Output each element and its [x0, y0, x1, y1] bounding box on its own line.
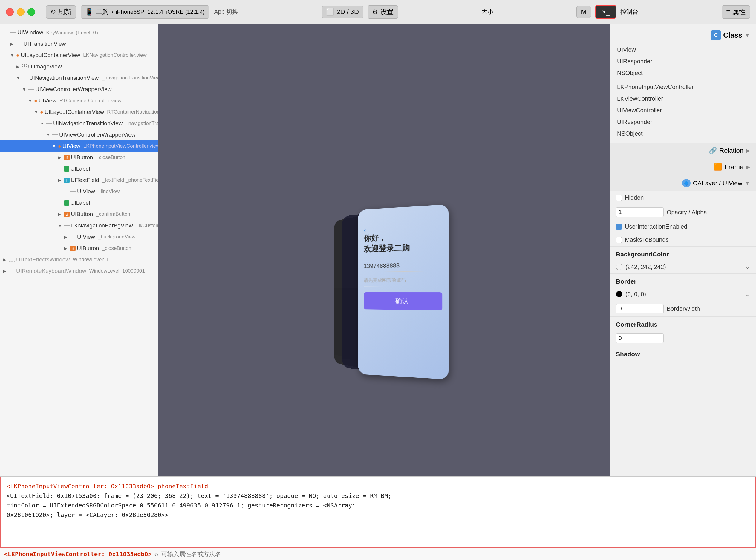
console-line4: 0x281061020>; layer = <CALayer: 0x281e50…	[6, 510, 750, 520]
tree-item-dimmed[interactable]: ▶ UIRemoteKeyboardWindow WindowLevel: 10…	[0, 265, 158, 277]
traffic-lights	[6, 8, 35, 16]
tree-icon: B	[70, 246, 76, 251]
border-width-input[interactable]	[616, 304, 664, 314]
tree-label: UIView	[77, 188, 95, 195]
tree-icon	[52, 135, 58, 135]
tree-item[interactable]: ▶ B UIButton _confirmButton	[0, 208, 158, 220]
tree-arrow: ▼	[34, 110, 39, 115]
tree-item[interactable]: ▼ UIViewControllerWrapperView	[0, 129, 158, 140]
border-color-value: (0, 0, 0)	[625, 291, 742, 298]
tree-item[interactable]: L UILabel	[0, 163, 158, 175]
masks-to-bounds-checkbox[interactable]	[616, 237, 622, 243]
class-item[interactable]: UIViewController	[610, 105, 756, 116]
close-button[interactable]	[6, 8, 14, 16]
tree-item[interactable]: ▼ UIViewControllerWrapperView	[0, 84, 158, 95]
tree-arrow: ▶	[10, 42, 15, 46]
tree-item[interactable]: ▼ ● UILayoutContainerView RTContainerNav…	[0, 106, 158, 118]
tree-item[interactable]: ▼ ● UIView LKPhoneInputViewController.vi…	[0, 140, 158, 152]
2d3d-label: 2D / 3D	[336, 8, 359, 16]
background-color-swatch[interactable]	[616, 264, 622, 270]
tree-item[interactable]: ▶ UITransitionView	[0, 38, 158, 49]
tree-arrow: ▼	[16, 76, 21, 80]
frame-button[interactable]: 🟧 Frame ▶	[610, 159, 756, 175]
relation-chevron: ▶	[746, 147, 750, 154]
class-item[interactable]: LKViewController	[610, 93, 756, 105]
console-panel: <LKPhoneInputViewController: 0x11033adb0…	[0, 476, 756, 560]
border-color-swatch[interactable]	[616, 291, 622, 297]
tree-label: UILayoutContainerView	[21, 52, 80, 59]
tree-label: UIViewControllerWrapperView	[35, 86, 112, 93]
hidden-checkbox[interactable]	[616, 195, 622, 201]
class-item[interactable]: LKPhoneInputViewController	[610, 81, 756, 93]
tree-item[interactable]: UIView _lineView	[0, 186, 158, 197]
phone-number-field: 13974888888	[364, 259, 442, 272]
tree-item[interactable]: ▼ LKNavigationBarBgView _lkCustomNavBarB…	[0, 220, 158, 231]
console-line3: tintColor = UIExtendedSRGBColorSpace 0.5…	[6, 501, 750, 510]
tree-sublabel: _textField _phoneTextField	[102, 177, 158, 183]
tree-label: UIView	[77, 234, 95, 240]
tree-icon	[28, 89, 34, 89]
right-toolbar: 大小	[481, 8, 493, 16]
app-name-label: 二购	[96, 7, 109, 16]
method-monitor-button[interactable]: M	[576, 6, 591, 18]
attributes-label: 属性	[732, 7, 745, 16]
tree-item[interactable]: ▶ B UIButton _closeButton	[0, 152, 158, 163]
console-label: 控制台	[620, 8, 638, 16]
user-interaction-checkbox[interactable]	[616, 224, 622, 230]
tree-sublabel: _lineView	[98, 188, 120, 195]
2d-3d-button[interactable]: ⬜ 2D / 3D	[321, 6, 363, 18]
attributes-button[interactable]: ≡ 属性	[722, 5, 750, 19]
minimize-button[interactable]	[17, 8, 24, 16]
corner-radius-title: CornerRadius	[610, 317, 756, 331]
border-title: Border	[610, 274, 756, 287]
refresh-icon: ↻	[51, 8, 56, 16]
opacity-input[interactable]	[616, 207, 664, 217]
tree-icon	[22, 78, 28, 78]
class-item[interactable]: NSObject	[610, 128, 756, 140]
class-item[interactable]: NSObject	[610, 67, 756, 79]
tree-item-dimmed[interactable]: ▶ UITextEffectsWindow WindowLevel: 1	[0, 254, 158, 265]
tree-item[interactable]: ▶ B UIButton _closeButton	[0, 243, 158, 254]
console-button[interactable]: >_	[595, 5, 616, 19]
background-color-value: (242, 242, 242)	[625, 264, 742, 271]
tree-sublabel: LKNavigationController.view	[83, 52, 147, 58]
refresh-button[interactable]: ↻ 刷新	[46, 5, 76, 19]
calayer-label: CALayer / UIView	[693, 180, 742, 187]
settings-button[interactable]: ⚙ 设置	[367, 5, 398, 19]
background-color-stepper[interactable]: ⌄	[745, 263, 750, 271]
class-item[interactable]: UIResponder	[610, 116, 756, 128]
user-interaction-label: UserInteractionEnabled	[625, 223, 750, 230]
class-item[interactable]: UIResponder	[610, 56, 756, 67]
tree-arrow: ▼	[28, 98, 33, 103]
app-switch-button[interactable]: 📱 二购 › iPhone6SP_12.1.4_iOSRE (12.1.4)	[81, 5, 209, 19]
tree-item[interactable]: ▼ UINavigationTransitionView _navigation…	[0, 118, 158, 129]
tree-item[interactable]: UIWindow KeyWindow（Level: 0）	[0, 27, 158, 38]
tree-arrow: ▼	[40, 121, 45, 126]
tree-icon	[46, 123, 52, 124]
border-color-stepper[interactable]: ⌄	[745, 291, 750, 298]
tree-item[interactable]: ▶ T UITextField _textField _phoneTextFie…	[0, 175, 158, 186]
tree-item[interactable]: ▶ UIView _backgroudView	[0, 231, 158, 243]
tree-label: UITransitionView	[23, 41, 66, 47]
maximize-button[interactable]	[27, 8, 35, 16]
corner-radius-input[interactable]	[616, 334, 664, 343]
tree-sublabel: WindowLevel: 10000001	[89, 268, 145, 274]
console-output: <LKPhoneInputViewController: 0x11033adb0…	[0, 477, 756, 548]
tree-icon: ●	[16, 52, 19, 59]
class-item[interactable]: UIView	[610, 44, 756, 56]
tree-sublabel: KeyWindow（Level: 0）	[46, 29, 101, 36]
tree-item[interactable]: ▼ ● UIView RTContainerController.view	[0, 95, 158, 106]
tree-icon	[9, 269, 15, 273]
titlebar: ↻ 刷新 📱 二购 › iPhone6SP_12.1.4_iOSRE (12.1…	[0, 0, 756, 24]
relation-button[interactable]: 🔗 Relation ▶	[610, 142, 756, 159]
console-input-field[interactable]	[161, 551, 752, 558]
hidden-label: Hidden	[625, 194, 750, 201]
tree-item[interactable]: ▶ 🖼 UIImageView	[0, 61, 158, 72]
relation-label: Relation	[719, 147, 743, 155]
background-color-title: BackgroundColor	[610, 246, 756, 260]
tree-item[interactable]: ▼ UINavigationTransitionView _navigation…	[0, 72, 158, 84]
tree-label: UILabel	[71, 200, 90, 206]
tree-item[interactable]: L UILabel	[0, 197, 158, 208]
settings-icon: ⚙	[372, 8, 378, 16]
tree-item[interactable]: ▼ ● UILayoutContainerView LKNavigationCo…	[0, 49, 158, 61]
